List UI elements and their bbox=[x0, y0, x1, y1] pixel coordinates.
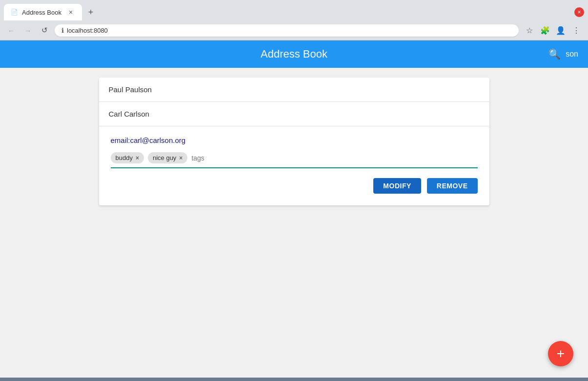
star-icon: ☆ bbox=[526, 26, 533, 35]
contact-detail: email:carl@carlson.org buddy × nice guy … bbox=[99, 126, 489, 205]
contacts-card: Paul Paulson Carl Carlson email:carl@car… bbox=[99, 78, 489, 205]
contact-row-carl[interactable]: Carl Carlson bbox=[99, 102, 489, 126]
tag-label-buddy: buddy bbox=[116, 154, 133, 161]
info-icon: ℹ bbox=[61, 27, 64, 34]
app-wrapper: Address Book 🔍 son Paul Paulson Carl Car… bbox=[0, 40, 588, 378]
app-header: Address Book 🔍 son bbox=[0, 40, 588, 68]
address-bar-row: ← → ↺ ℹ localhost:8080 ☆ 🧩 👤 ⋮ bbox=[0, 20, 588, 40]
toolbar-icons: ☆ 🧩 👤 ⋮ bbox=[523, 23, 583, 37]
reload-icon: ↺ bbox=[41, 26, 48, 35]
contact-row-paul[interactable]: Paul Paulson bbox=[99, 78, 489, 102]
new-tab-button[interactable]: + bbox=[84, 5, 98, 19]
tab-title: Address Book bbox=[22, 9, 62, 16]
menu-button[interactable]: ⋮ bbox=[569, 23, 583, 37]
contact-name-paul: Paul Paulson bbox=[109, 85, 152, 94]
modify-button[interactable]: MODIFY bbox=[373, 178, 421, 194]
url-text: localhost:8080 bbox=[67, 27, 108, 34]
active-tab[interactable]: 📄 Address Book × bbox=[4, 4, 82, 20]
search-value: son bbox=[566, 50, 578, 59]
app-title: Address Book bbox=[261, 48, 327, 60]
tag-label-nice-guy: nice guy bbox=[153, 154, 176, 161]
tag-chip-buddy: buddy × bbox=[111, 152, 144, 163]
browser-close-button[interactable]: × bbox=[574, 7, 584, 17]
search-icon[interactable]: 🔍 bbox=[548, 48, 561, 60]
account-button[interactable]: 👤 bbox=[554, 23, 568, 37]
tab-close-button[interactable]: × bbox=[66, 8, 75, 17]
menu-icon: ⋮ bbox=[572, 26, 580, 35]
address-bar[interactable]: ℹ localhost:8080 bbox=[55, 24, 519, 37]
add-contact-fab[interactable]: + bbox=[548, 341, 573, 366]
action-buttons: MODIFY REMOVE bbox=[111, 178, 478, 194]
tags-row: buddy × nice guy × bbox=[111, 152, 478, 168]
tag-remove-buddy[interactable]: × bbox=[136, 155, 139, 161]
extensions-button[interactable]: 🧩 bbox=[538, 23, 552, 37]
forward-button[interactable]: → bbox=[21, 24, 34, 37]
bookmark-button[interactable]: ☆ bbox=[523, 23, 536, 37]
contact-name-carl: Carl Carlson bbox=[109, 110, 149, 118]
tag-chip-nice-guy: nice guy × bbox=[148, 152, 187, 163]
search-area: 🔍 son bbox=[548, 48, 578, 60]
browser-chrome: 📄 Address Book × + × ← → ↺ ℹ localhost:8… bbox=[0, 0, 588, 40]
app-content: Paul Paulson Carl Carlson email:carl@car… bbox=[0, 68, 588, 215]
puzzle-icon: 🧩 bbox=[540, 26, 550, 35]
account-icon: 👤 bbox=[556, 26, 566, 35]
back-button[interactable]: ← bbox=[5, 24, 18, 37]
tag-remove-nice-guy[interactable]: × bbox=[179, 155, 182, 161]
add-icon: + bbox=[557, 346, 565, 361]
tab-page-icon: 📄 bbox=[11, 9, 18, 16]
tags-input[interactable] bbox=[191, 154, 277, 162]
tab-bar: 📄 Address Book × + × bbox=[0, 0, 588, 20]
contact-email: email:carl@carlson.org bbox=[111, 136, 478, 144]
forward-icon: → bbox=[24, 26, 32, 35]
back-icon: ← bbox=[8, 26, 15, 35]
reload-button[interactable]: ↺ bbox=[38, 24, 51, 37]
remove-button[interactable]: REMOVE bbox=[427, 178, 478, 194]
